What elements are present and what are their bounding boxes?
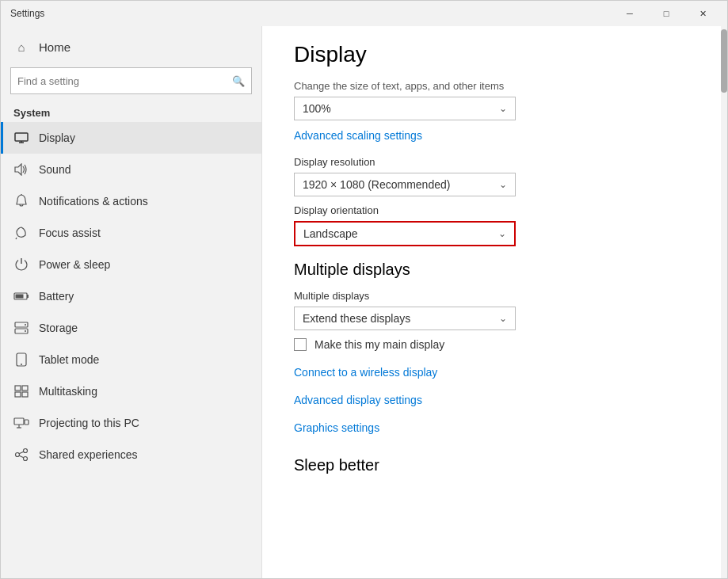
home-icon: ⌂	[13, 39, 29, 55]
sidebar-item-tablet[interactable]: Tablet mode	[1, 344, 261, 375]
svg-point-23	[24, 449, 28, 453]
notifications-icon	[13, 193, 29, 209]
sidebar-item-focus-assist-label: Focus assist	[39, 227, 101, 239]
projecting-icon	[13, 415, 29, 431]
sidebar-item-power-sleep[interactable]: Power & sleep	[1, 249, 261, 280]
sidebar-item-battery[interactable]: Battery	[1, 280, 261, 312]
focus-assist-icon	[13, 225, 29, 241]
shared-icon	[13, 447, 29, 463]
scale-dropdown-arrow: ⌄	[499, 103, 507, 114]
close-button[interactable]: ✕	[684, 1, 721, 26]
svg-point-10	[25, 324, 26, 326]
multiple-displays-dropdown[interactable]: Extend these displays ⌄	[294, 307, 516, 330]
svg-point-11	[25, 330, 26, 332]
sidebar-item-power-label: Power & sleep	[39, 258, 110, 271]
sidebar-item-battery-label: Battery	[39, 290, 74, 303]
minimize-button[interactable]: ─	[612, 1, 648, 26]
resolution-dropdown-arrow: ⌄	[499, 179, 507, 190]
svg-rect-15	[22, 386, 28, 390]
resolution-dropdown[interactable]: 1920 × 1080 (Recommended) ⌄	[294, 173, 516, 196]
main-content: Display Change the size of text, apps, a…	[262, 26, 721, 578]
connect-wireless-link[interactable]: Connect to a wireless display	[294, 366, 437, 379]
sidebar-item-focus-assist[interactable]: Focus assist	[1, 217, 261, 249]
multitasking-icon	[13, 383, 29, 399]
sidebar-item-display-label: Display	[39, 131, 75, 144]
advanced-scaling-link[interactable]: Advanced scaling settings	[294, 129, 422, 142]
svg-line-25	[19, 451, 24, 453]
svg-rect-17	[22, 392, 28, 397]
resolution-value: 1920 × 1080 (Recommended)	[303, 178, 450, 191]
scale-label: Change the size of text, apps, and other…	[294, 80, 689, 92]
multiple-displays-dropdown-arrow: ⌄	[499, 313, 507, 324]
svg-line-26	[19, 455, 24, 457]
title-bar: Settings ─ □ ✕	[1, 1, 727, 26]
sidebar-item-notifications[interactable]: Notifications & actions	[1, 185, 261, 217]
orientation-value: Landscape	[303, 227, 358, 240]
sidebar-item-multitasking[interactable]: Multitasking	[1, 375, 261, 407]
power-icon	[13, 257, 29, 272]
svg-point-13	[21, 364, 22, 365]
sidebar: ⌂ Home 🔍 System Display	[1, 26, 262, 578]
svg-rect-14	[15, 386, 21, 390]
multiple-displays-value: Extend these displays	[303, 312, 410, 325]
orientation-dropdown-arrow: ⌄	[498, 228, 506, 239]
svg-rect-21	[25, 420, 29, 425]
tablet-icon	[13, 352, 29, 368]
storage-icon	[13, 320, 29, 336]
resolution-label: Display resolution	[294, 156, 689, 168]
sidebar-item-display[interactable]: Display	[1, 122, 261, 154]
svg-rect-16	[15, 392, 21, 397]
sidebar-home[interactable]: ⌂ Home	[1, 32, 261, 61]
svg-point-22	[16, 453, 20, 457]
scrollbar-track[interactable]	[721, 26, 727, 578]
sidebar-item-notifications-label: Notifications & actions	[39, 195, 148, 208]
make-main-row: Make this my main display	[294, 338, 689, 351]
content-area: ⌂ Home 🔍 System Display	[1, 26, 727, 578]
scale-value: 100%	[303, 102, 331, 115]
sidebar-item-projecting[interactable]: Projecting to this PC	[1, 407, 261, 439]
sidebar-item-sound-label: Sound	[39, 163, 71, 176]
sidebar-home-label: Home	[39, 40, 71, 54]
sidebar-item-tablet-label: Tablet mode	[39, 353, 99, 366]
svg-rect-18	[14, 418, 24, 425]
sidebar-item-storage-label: Storage	[39, 322, 78, 334]
search-icon: 🔍	[232, 75, 245, 87]
sidebar-item-shared-label: Shared experiences	[39, 448, 138, 461]
sidebar-item-multitasking-label: Multitasking	[39, 385, 97, 398]
page-title: Display	[294, 42, 689, 67]
scrollbar-thumb[interactable]	[721, 29, 727, 93]
sleep-better-heading: Sleep better	[294, 456, 689, 474]
multiple-displays-heading: Multiple displays	[294, 261, 689, 279]
sidebar-item-storage[interactable]: Storage	[1, 312, 261, 344]
scale-dropdown[interactable]: 100% ⌄	[294, 97, 516, 120]
sidebar-section-title: System	[1, 101, 261, 122]
display-icon	[13, 130, 29, 146]
make-main-checkbox[interactable]	[294, 338, 307, 351]
multiple-displays-label: Multiple displays	[294, 290, 689, 302]
settings-window: Settings ─ □ ✕ ⌂ Home 🔍 System	[0, 0, 728, 579]
sidebar-search-box[interactable]: 🔍	[10, 67, 252, 94]
graphics-link[interactable]: Graphics settings	[294, 421, 379, 434]
orientation-dropdown[interactable]: Landscape ⌄	[294, 221, 516, 246]
orientation-label: Display orientation	[294, 204, 689, 216]
svg-rect-0	[15, 133, 28, 141]
svg-rect-6	[27, 295, 29, 298]
sound-icon	[13, 162, 29, 177]
search-input[interactable]	[17, 75, 232, 87]
sidebar-item-shared[interactable]: Shared experiences	[1, 439, 261, 470]
sidebar-item-projecting-label: Projecting to this PC	[39, 417, 139, 429]
window-controls: ─ □ ✕	[612, 1, 721, 26]
window-title: Settings	[10, 8, 44, 19]
svg-rect-7	[16, 295, 24, 299]
maximize-button[interactable]: □	[648, 1, 684, 26]
svg-point-24	[24, 457, 28, 461]
battery-icon	[13, 288, 29, 304]
svg-marker-3	[15, 164, 21, 175]
make-main-label: Make this my main display	[314, 338, 444, 351]
sidebar-item-sound[interactable]: Sound	[1, 154, 261, 185]
advanced-display-link[interactable]: Advanced display settings	[294, 394, 422, 406]
